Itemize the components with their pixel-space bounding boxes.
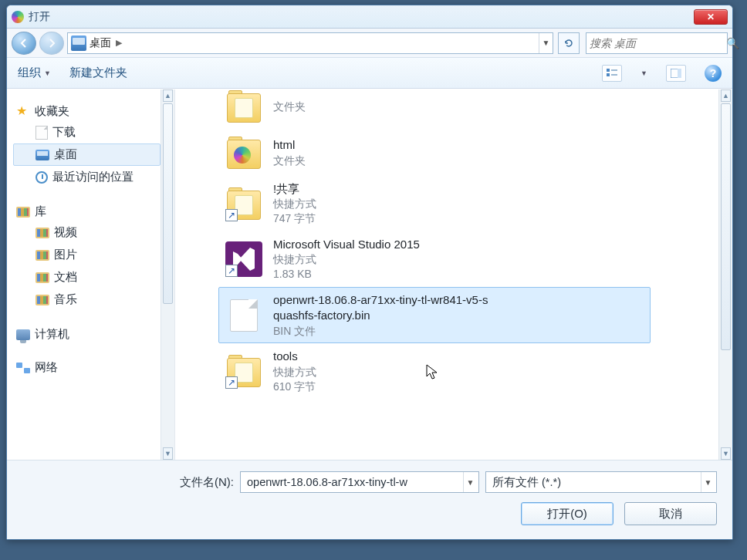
sidebar-scrollbar[interactable]: ▲ ▼: [161, 89, 174, 460]
file-pane: 文件夹 html 文件夹 ↗: [175, 89, 732, 460]
new-folder-button[interactable]: 新建文件夹: [69, 66, 127, 80]
documents-icon: [35, 272, 49, 283]
view-dropdown[interactable]: ▼: [641, 69, 647, 77]
search-icon[interactable]: 🔍: [726, 37, 739, 49]
arrow-left-icon: [19, 38, 29, 49]
file-list[interactable]: 文件夹 html 文件夹 ↗: [175, 89, 718, 460]
list-item-selected[interactable]: openwrt-18.06.8-ar71xx-tiny-tl-wr841-v5-…: [218, 287, 651, 343]
shortcut-overlay-icon: ↗: [225, 265, 238, 277]
list-item[interactable]: html 文件夹: [218, 130, 651, 176]
organize-menu[interactable]: 组织▼: [18, 66, 51, 80]
list-scrollbar[interactable]: ▲ ▼: [718, 89, 732, 460]
pictures-icon: [35, 250, 49, 261]
scroll-up-button[interactable]: ▲: [163, 89, 173, 102]
file-icon: [35, 126, 48, 140]
favorites-group: 收藏夹 下载 桌面 最近访问的位置: [13, 102, 161, 188]
scroll-thumb[interactable]: [163, 103, 173, 304]
videos-icon: [35, 228, 49, 238]
svg-rect-5: [678, 69, 681, 78]
svg-rect-2: [611, 69, 617, 71]
network-group: 网络: [13, 358, 161, 377]
visual-studio-icon: ↗: [225, 241, 262, 277]
svg-rect-0: [607, 69, 610, 72]
back-button[interactable]: [12, 32, 36, 55]
app-icon: [12, 11, 24, 23]
titlebar: 打开 ✕: [7, 5, 732, 29]
clock-icon: [35, 171, 48, 184]
nav-row: 桌面 ▶ ▼ 🔍: [7, 29, 732, 58]
address-dropdown[interactable]: ▼: [539, 33, 553, 53]
sidebar-item-recent[interactable]: 最近访问的位置: [13, 166, 161, 188]
cancel-button[interactable]: 取消: [624, 502, 717, 525]
sidebar-item-pictures[interactable]: 图片: [13, 244, 161, 266]
library-icon: [16, 207, 30, 218]
desktop-icon: [71, 35, 86, 51]
refresh-icon: [563, 38, 574, 49]
libraries-header[interactable]: 库: [13, 202, 161, 221]
sidebar-item-network[interactable]: 网络: [13, 358, 161, 377]
music-icon: [35, 295, 49, 305]
view-mode-button[interactable]: [602, 65, 622, 82]
open-file-dialog: 打开 ✕ 桌面 ▶ ▼ 🔍 组织▼ 新建文件夹: [6, 5, 733, 540]
list-item[interactable]: ↗ !共享 快捷方式 747 字节: [218, 176, 651, 231]
filename-label: 文件名(N):: [180, 475, 234, 490]
sidebar: 收藏夹 下载 桌面 最近访问的位置: [7, 89, 175, 460]
network-icon: [16, 363, 30, 373]
file-icon: [225, 298, 262, 333]
star-icon: [16, 105, 30, 119]
sidebar-item-documents[interactable]: 文档: [13, 266, 161, 288]
filetype-filter[interactable]: 所有文件 (*.*) ▼: [485, 471, 717, 493]
shortcut-overlay-icon: ↗: [225, 209, 238, 221]
location-label: 桌面: [90, 36, 111, 50]
refresh-button[interactable]: [558, 32, 580, 54]
dialog-footer: 文件名(N): openwrt-18.06.8-ar71xx-tiny-tl-w…: [7, 460, 732, 539]
filename-combo[interactable]: openwrt-18.06.8-ar71xx-tiny-tl-w ▼: [240, 471, 479, 493]
scroll-down-button[interactable]: ▼: [163, 447, 173, 460]
window-title: 打开: [29, 10, 50, 24]
scroll-up-button[interactable]: ▲: [721, 89, 731, 102]
view-icon: [607, 69, 617, 78]
chevron-right-icon: ▶: [116, 38, 122, 48]
help-button[interactable]: ?: [705, 65, 722, 82]
list-item[interactable]: ↗ Microsoft Visual Studio 2015 快捷方式 1.83…: [218, 231, 651, 287]
toolbar: 组织▼ 新建文件夹 ▼ ?: [7, 58, 732, 89]
favorites-header[interactable]: 收藏夹: [13, 102, 161, 121]
folder-shortcut-icon: ↗: [225, 353, 262, 389]
list-item[interactable]: 文件夹: [218, 89, 651, 130]
sidebar-item-music[interactable]: 音乐: [13, 288, 161, 311]
sidebar-item-downloads[interactable]: 下载: [13, 121, 161, 143]
svg-rect-1: [607, 73, 610, 76]
chevron-down-icon: ▼: [44, 69, 51, 77]
pane-icon: [671, 69, 681, 78]
search-box[interactable]: 🔍: [586, 32, 728, 54]
libraries-group: 库 视频 图片 文档 音: [13, 202, 161, 311]
desktop-icon: [35, 150, 49, 160]
shortcut-overlay-icon: ↗: [225, 376, 238, 389]
search-input[interactable]: [590, 37, 726, 49]
list-item[interactable]: ↗ tools 快捷方式 610 字节: [218, 343, 651, 399]
scroll-thumb[interactable]: [721, 103, 731, 350]
sidebar-item-computer[interactable]: 计算机: [13, 325, 161, 344]
address-bar[interactable]: 桌面 ▶ ▼: [67, 32, 553, 54]
open-button[interactable]: 打开(O): [521, 502, 613, 525]
folder-shortcut-icon: ↗: [225, 186, 262, 221]
computer-group: 计算机: [13, 325, 161, 344]
chevron-down-icon[interactable]: ▼: [701, 472, 715, 492]
scroll-down-button[interactable]: ▼: [721, 447, 731, 460]
folder-icon: [225, 89, 262, 124]
preview-pane-button[interactable]: [666, 65, 686, 82]
dialog-body: 收藏夹 下载 桌面 最近访问的位置: [7, 89, 732, 460]
close-button[interactable]: ✕: [694, 9, 728, 25]
svg-rect-3: [611, 74, 617, 76]
chevron-down-icon[interactable]: ▼: [463, 472, 477, 492]
nav-tree: 收藏夹 下载 桌面 最近访问的位置: [7, 89, 161, 460]
arrow-right-icon: [46, 38, 57, 49]
forward-button[interactable]: [39, 32, 64, 55]
folder-icon: [225, 135, 262, 170]
filename-value: openwrt-18.06.8-ar71xx-tiny-tl-w: [247, 476, 463, 488]
sidebar-item-videos[interactable]: 视频: [13, 221, 161, 244]
sidebar-item-desktop[interactable]: 桌面: [13, 143, 161, 166]
computer-icon: [16, 329, 30, 340]
